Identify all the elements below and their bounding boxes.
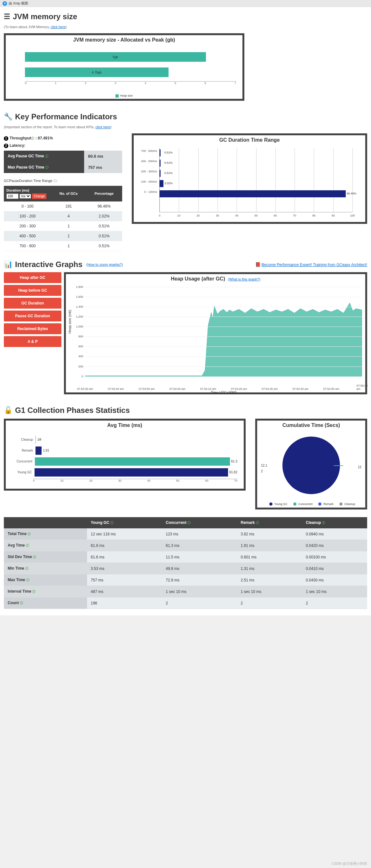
interactive-sidebar: Heap after GCHeap before GCGC DurationPa… (4, 272, 61, 394)
section-g1: 🔓 G1 Collection Phases Statistics Avg Ti… (0, 401, 371, 616)
throughput-line: 1Throughputⓘ : 87.491% (4, 136, 122, 141)
pie-chart (282, 437, 340, 494)
table-row: 700 - 80010.51% (4, 241, 122, 251)
zoom-help-link[interactable]: (How to zoom graphs?) (86, 262, 123, 267)
table-row: Avg Time ⓘ61.8 ms61.3 ms1.91 ms0.0420 ms (4, 540, 367, 551)
cumulative-time-chart: Cumulative Time (Secs) 12.1 2 12 Young G… (255, 418, 367, 510)
kpi-learn-link[interactable]: click here (96, 125, 110, 129)
help-icon[interactable]: ⓘ (26, 578, 29, 582)
section-interactive: 📊 Interactive Graphs (How to zoom graphs… (0, 257, 371, 401)
sidebar-btn-0[interactable]: Heap after GC (4, 272, 61, 283)
heap-usage-chart: Heap Usage (after GC) (What is this grap… (64, 272, 367, 394)
table-row: Std Dev Time ⓘ61.6 ms11.5 ms0.601 ms0.00… (4, 551, 367, 563)
sidebar-btn-5[interactable]: A & P (4, 336, 61, 347)
pie-legend: Young GCConcurrentRemarkCleanup (257, 500, 365, 508)
range-table: Duration (ms) ms Change No. of GCs Perce… (4, 186, 122, 251)
gc-duration-chart: GC Duration Time Range 01020304050607080… (132, 133, 367, 224)
g1-stats-table: Young GC ⓘConcurrent ⓘRemark ⓘCleanup ⓘ … (4, 517, 367, 609)
help-icon[interactable]: ⓘ (20, 601, 23, 605)
help-icon[interactable]: ⓘ (31, 136, 34, 140)
help-icon[interactable]: ⓘ (256, 521, 259, 525)
table-row: Total Time ⓘ12 sec 116 ms123 ms3.82 ms0.… (4, 528, 367, 540)
bars-icon: 📊 (4, 260, 12, 269)
table-row: 100 - 20042.02% (4, 211, 122, 221)
sidebar-btn-2[interactable]: GC Duration (4, 298, 61, 309)
sidebar-btn-4[interactable]: Reclaimed Bytes (4, 323, 61, 334)
lock-icon: 🔓 (4, 406, 12, 414)
range-label: GCPauseDuration Time Range ⓘ: (4, 179, 122, 183)
jvm-learn-link[interactable]: click here (51, 25, 66, 29)
duration-unit-select[interactable]: ms (20, 194, 31, 198)
duration-input[interactable] (6, 193, 19, 199)
table-row: Count ⓘ196222 (4, 597, 367, 609)
jvm-legend: Heap size (6, 93, 242, 99)
xnip-icon: ✕ (3, 1, 7, 6)
sidebar-btn-1[interactable]: Heap before GC (4, 285, 61, 296)
latency-line: 2Latency: (4, 143, 122, 148)
page-title: ☰ JVM memory size (4, 12, 367, 21)
avg-time-chart: Avg Time (ms) Cleanup.04Remark1.91Concur… (4, 418, 246, 491)
help-icon[interactable]: ⓘ (45, 166, 49, 169)
help-icon[interactable]: ⓘ (45, 154, 48, 158)
interactive-title: 📊 Interactive Graphs (4, 260, 83, 269)
training-link[interactable]: Become Performance Expert! Training from… (261, 262, 367, 267)
latency-table: Avg Pause GC Time ⓘ60.6 ms Max Pause GC … (4, 151, 122, 173)
table-row: Min Time ⓘ3.53 ms49.8 ms1.31 ms0.0410 ms (4, 563, 367, 575)
kpi-title: 🔧 Key Performance Indicators (4, 112, 367, 121)
bar-peak: 4.76gb (25, 67, 168, 77)
stack-icon: ☰ (4, 12, 10, 21)
pdf-icon: 📕 (255, 262, 261, 267)
topbar-label: 由 Xnip 截图 (9, 1, 28, 6)
table-row: 200 - 30010.51% (4, 221, 122, 231)
help-icon[interactable]: ⓘ (25, 567, 28, 570)
help-icon[interactable]: ⓘ (54, 179, 57, 183)
bar-allocated: 6gb (25, 52, 206, 62)
table-row: Max Time ⓘ757 ms72.8 ms2.51 ms0.0430 ms (4, 575, 367, 586)
help-icon[interactable]: ⓘ (322, 521, 325, 525)
table-row: 0 - 10019196.46% (4, 202, 122, 211)
change-button[interactable]: Change (32, 193, 47, 199)
help-icon[interactable]: ⓘ (26, 544, 29, 547)
help-icon[interactable]: ⓘ (110, 521, 114, 525)
kpi-desc: (Important section of the report. To lea… (4, 125, 367, 129)
wrench-icon: 🔧 (4, 113, 12, 121)
section-jvm: ☰ JVM memory size (To learn about JVM Me… (0, 7, 371, 107)
table-row: Interval Time ⓘ487 ms1 sec 10 ms1 sec 10… (4, 586, 367, 597)
table-row: 400 - 50010.51% (4, 231, 122, 241)
jvm-chart: JVM memory size - Allocated vs Peak (gb)… (4, 33, 244, 101)
help-icon[interactable]: ⓘ (32, 590, 35, 593)
help-icon[interactable]: ⓘ (28, 532, 31, 536)
help-icon[interactable]: ⓘ (33, 555, 36, 559)
sidebar-btn-3[interactable]: Pause GC Duration (4, 311, 61, 321)
jvm-desc: (To learn about JVM Memory, click here) (4, 25, 367, 29)
what-is-graph-link[interactable]: (What is this graph?) (228, 277, 260, 281)
section-kpi: 🔧 Key Performance Indicators (Important … (0, 107, 371, 257)
help-icon[interactable]: ⓘ (187, 521, 191, 525)
topbar: ✕ 由 Xnip 截图 (0, 0, 371, 7)
g1-title: 🔓 G1 Collection Phases Statistics (4, 406, 367, 415)
